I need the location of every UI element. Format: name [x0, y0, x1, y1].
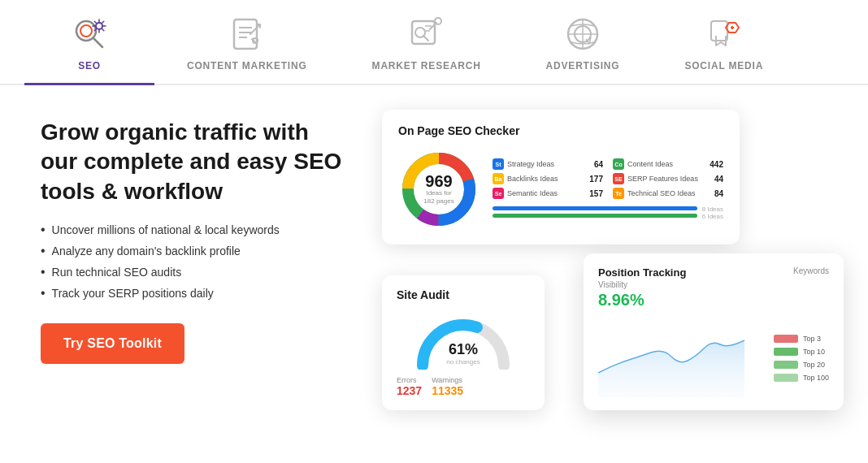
feature-item-2: Analyze any domain's backlink profile	[41, 244, 349, 258]
gauge-center: 61% no changes	[446, 341, 480, 366]
content-badge: Co	[613, 158, 624, 170]
tab-content-marketing[interactable]: CONTENT MARKETING	[154, 0, 340, 84]
stats-grid: St Strategy Ideas 64 Co Content Ideas 44…	[493, 158, 723, 199]
progress-bar-1	[493, 206, 697, 210]
svg-rect-4	[234, 19, 257, 49]
site-audit-card: Site Audit 61% no changes Errors 1237	[382, 275, 545, 410]
feature-item-4: Track your SERP positions daily	[41, 286, 349, 301]
semantic-badge: Se	[493, 188, 504, 199]
serp-label: SERP Features Ideas	[627, 175, 711, 183]
seo-checker-body: 969 Ideas for182 pages St Strategy Ideas…	[398, 149, 723, 230]
svg-point-12	[435, 18, 441, 24]
cta-button[interactable]: Try SEO Toolkit	[41, 323, 184, 364]
legend-top10-color	[774, 348, 798, 356]
donut-chart: 969 Ideas for182 pages	[398, 149, 480, 230]
svg-point-2	[80, 25, 92, 37]
backlinks-value: 177	[589, 175, 603, 184]
pt-title: Position Tracking	[598, 266, 686, 279]
feature-item-1: Uncover millions of national & local key…	[41, 223, 349, 237]
legend-top10: Top 10	[774, 348, 829, 356]
tab-market-research[interactable]: MARKET RESEARCH	[340, 0, 514, 84]
stat-technical: Te Technical SEO Ideas 84	[613, 188, 723, 199]
pt-chart-svg	[598, 316, 744, 397]
content-marketing-icon	[228, 15, 267, 54]
svg-line-1	[93, 38, 102, 47]
legend-top20: Top 20	[774, 361, 829, 369]
tab-social-media[interactable]: SOCIAL MEDIA	[652, 0, 796, 84]
donut-sub: Ideas for182 pages	[423, 189, 454, 206]
tab-content-marketing-label: CONTENT MARKETING	[187, 60, 307, 71]
gauge-pct: 61%	[446, 341, 480, 358]
legend-top20-label: Top 20	[803, 361, 825, 369]
seo-checker-title: On Page SEO Checker	[398, 124, 723, 137]
content-label: Content Ideas	[627, 160, 706, 168]
backlinks-label: Backlinks Ideas	[507, 175, 586, 183]
social-media-icon	[705, 15, 744, 54]
legend-top100-label: Top 100	[803, 374, 829, 382]
donut-number: 969	[423, 173, 454, 189]
hero-left: Grow organic traffic with our complete a…	[41, 110, 349, 364]
pt-left: Position Tracking Visibility 8.96%	[598, 266, 686, 309]
serp-badge: SE	[613, 173, 624, 184]
strategy-value: 64	[594, 160, 603, 169]
gauge-sub: no changes	[446, 358, 480, 366]
legend-top3-label: Top 3	[803, 335, 821, 343]
strategy-label: Strategy Ideas	[507, 160, 591, 168]
warnings-metric: Warnings 11335	[432, 376, 463, 397]
legend-top3: Top 3	[774, 335, 829, 343]
tab-social-media-label: SOCIAL MEDIA	[684, 60, 763, 71]
technical-value: 84	[714, 189, 723, 198]
pt-body: Top 3 Top 10 Top 20 Top 100	[598, 316, 829, 397]
pt-header: Position Tracking Visibility 8.96% Keywo…	[598, 266, 829, 309]
tab-advertising[interactable]: ADVERTISING	[514, 0, 653, 84]
strategy-badge: St	[493, 158, 504, 170]
market-research-icon	[407, 15, 446, 54]
tab-seo[interactable]: SEO	[24, 0, 154, 85]
prog-label-1: 8 Ideas	[702, 206, 723, 213]
stat-strategy: St Strategy Ideas 64	[493, 158, 603, 170]
warnings-label: Warnings	[432, 376, 463, 384]
site-audit-title: Site Audit	[397, 288, 530, 301]
donut-center: 969 Ideas for182 pages	[423, 173, 454, 206]
tab-seo-label: SEO	[78, 60, 101, 71]
audit-metrics: Errors 1237 Warnings 11335	[397, 376, 530, 397]
prog-label-2: 6 Ideas	[702, 213, 723, 220]
errors-value: 1237	[397, 384, 422, 397]
pt-keywords-label: Keywords	[793, 266, 829, 275]
svg-point-8	[253, 38, 258, 43]
legend-top100-color	[774, 374, 798, 382]
hero-right: On Page SEO Checker 969 Id	[382, 110, 827, 410]
legend-top10-label: Top 10	[803, 348, 825, 356]
svg-point-3	[96, 23, 102, 29]
stat-content: Co Content Ideas 442	[613, 158, 723, 170]
legend-top20-color	[774, 361, 798, 369]
svg-line-11	[423, 36, 428, 41]
content-value: 442	[710, 160, 723, 169]
tab-advertising-label: ADVERTISING	[546, 60, 620, 71]
main-content: Grow organic traffic with our complete a…	[0, 85, 868, 426]
pt-chart	[598, 316, 764, 397]
nav-tabs: SEO CONTENT MARKETING	[0, 0, 868, 85]
stat-semantic: Se Semantic Ideas 157	[493, 188, 603, 199]
serp-value: 44	[714, 175, 723, 184]
pt-legend: Top 3 Top 10 Top 20 Top 100	[774, 316, 829, 397]
technical-badge: Te	[613, 188, 624, 199]
gauge-container: 61% no changes	[397, 313, 530, 370]
position-tracking-card: Position Tracking Visibility 8.96% Keywo…	[584, 253, 844, 410]
seo-checker-card: On Page SEO Checker 969 Id	[382, 110, 740, 244]
features-list: Uncover millions of national & local key…	[41, 223, 349, 301]
errors-label: Errors	[397, 376, 422, 384]
warnings-value: 11335	[432, 384, 463, 397]
backlinks-badge: Ba	[493, 173, 504, 184]
progress-bar-2	[493, 214, 697, 218]
pt-visibility-label: Visibility	[598, 280, 686, 289]
legend-top100: Top 100	[774, 374, 829, 382]
pt-right: Keywords	[793, 266, 829, 275]
errors-metric: Errors 1237	[397, 376, 422, 397]
stat-serp: SE SERP Features Ideas 44	[613, 173, 723, 184]
advertising-icon	[563, 15, 602, 54]
feature-item-3: Run technical SEO audits	[41, 265, 349, 279]
progress-bars: 8 Ideas 6 Ideas	[493, 206, 723, 220]
seo-stats: St Strategy Ideas 64 Co Content Ideas 44…	[493, 158, 723, 220]
hero-headline: Grow organic traffic with our complete a…	[41, 118, 349, 206]
